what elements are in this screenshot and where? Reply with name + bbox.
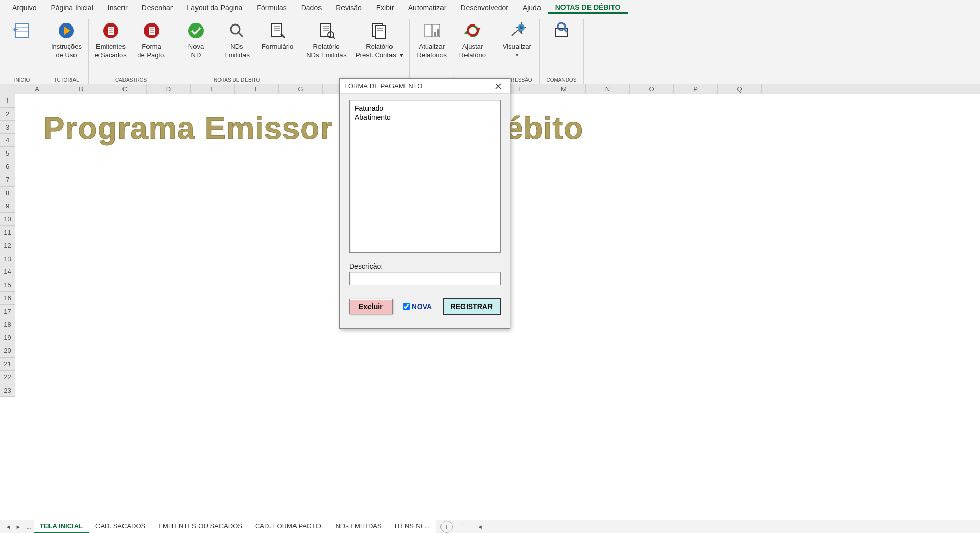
nova-checkbox-input[interactable] xyxy=(403,303,410,310)
select-all-corner[interactable] xyxy=(0,84,15,94)
row-header[interactable]: 8 xyxy=(0,187,15,200)
row-header[interactable]: 20 xyxy=(0,344,15,358)
column-header[interactable]: C xyxy=(103,84,147,94)
menu-item-ajuda[interactable]: Ajuda xyxy=(516,2,548,14)
descricao-label: Descrição: xyxy=(349,262,501,270)
ribbon-button[interactable]: NovaND xyxy=(178,19,214,70)
ribbon-button[interactable]: Visualizar▾ xyxy=(499,19,535,70)
ribbon-button[interactable]: AjustarRelatório xyxy=(455,19,491,70)
excluir-button[interactable]: Excluir xyxy=(349,299,393,314)
column-header[interactable]: O xyxy=(630,84,674,94)
descricao-input[interactable] xyxy=(349,272,501,285)
row-header[interactable]: 23 xyxy=(0,384,15,397)
row-header[interactable]: 7 xyxy=(0,173,15,187)
ribbon-button[interactable]: AtualizarRelatórios xyxy=(414,19,450,70)
row-header[interactable]: 3 xyxy=(0,121,15,134)
ribbon-button-label: Formulário xyxy=(262,43,293,51)
chevron-down-icon[interactable]: ▾ xyxy=(516,52,518,58)
menu-item-p-gina-inicial[interactable]: Página Inicial xyxy=(43,2,100,14)
row-header[interactable]: 22 xyxy=(0,371,15,384)
menu-item-automatizar[interactable]: Automatizar xyxy=(401,2,454,14)
ribbon-button[interactable]: NDsEmitidas xyxy=(219,19,255,70)
payment-type-list[interactable]: FaturadoAbatimento xyxy=(349,100,501,253)
menu-item-inserir[interactable]: Inserir xyxy=(101,2,135,14)
ribbon-icon xyxy=(422,20,442,41)
row-header[interactable]: 5 xyxy=(0,147,15,160)
close-icon[interactable] xyxy=(491,79,506,94)
menu-item-arquivo[interactable]: Arquivo xyxy=(5,2,43,14)
row-header[interactable]: 11 xyxy=(0,226,15,239)
column-header[interactable]: G xyxy=(279,84,323,94)
ribbon-button[interactable] xyxy=(4,19,40,70)
sheet-nav-next-icon[interactable]: ► xyxy=(13,522,23,532)
sheet-options-icon[interactable]: ⋮ xyxy=(457,522,467,532)
row-header[interactable]: 2 xyxy=(0,108,15,121)
menu-item-layout-da-p-gina[interactable]: Layout da Página xyxy=(180,2,250,14)
menu-item-desenvolvedor[interactable]: Desenvolvedor xyxy=(453,2,515,14)
row-header[interactable]: 10 xyxy=(0,213,15,226)
menu-item-desenhar[interactable]: Desenhar xyxy=(135,2,180,14)
ribbon-button[interactable] xyxy=(544,19,579,70)
column-header[interactable]: P xyxy=(674,84,718,94)
menu-item-dados[interactable]: Dados xyxy=(294,2,329,14)
horizontal-scroll-left-icon[interactable]: ◄ xyxy=(477,524,483,530)
dialog-buttons: Excluir NOVA REGISTRAR xyxy=(349,298,501,315)
sheet-tab[interactable]: ITENS NI ... xyxy=(388,520,436,533)
add-sheet-button[interactable]: + xyxy=(440,521,453,533)
menu-item-exibir[interactable]: Exibir xyxy=(369,2,401,14)
row-header[interactable]: 12 xyxy=(0,239,15,252)
menu-item-revis-o[interactable]: Revisão xyxy=(329,2,369,14)
forma-pagamento-dialog: FORMA DE PAGAMENTO FaturadoAbatimento De… xyxy=(339,78,510,329)
menu-item-notas-de-d-bito[interactable]: NOTAS DE DÉBITO xyxy=(548,1,628,14)
sheet-tab-bar: ◄ ► ... TELA INICIALCAD. SACADOSEMITENTE… xyxy=(0,520,980,533)
row-header[interactable]: 19 xyxy=(0,331,15,344)
ribbon-icon xyxy=(186,20,206,41)
sheet-tab[interactable]: CAD. FORMA PAGTO. xyxy=(249,520,329,533)
list-item[interactable]: Faturado xyxy=(355,104,495,113)
row-header[interactable]: 21 xyxy=(0,358,15,371)
row-header[interactable]: 14 xyxy=(0,265,15,278)
ribbon-button[interactable]: Emitentese Sacados xyxy=(93,19,129,70)
sheet-tab[interactable]: NDs EMITIDAS xyxy=(329,520,388,533)
ribbon-button[interactable]: RelatórioNDs Emitidas xyxy=(304,19,349,70)
column-header[interactable]: A xyxy=(15,84,59,94)
sheet-tab[interactable]: EMITENTES OU SACADOS xyxy=(152,520,249,533)
column-header[interactable]: D xyxy=(147,84,191,94)
ribbon-icon xyxy=(141,20,162,41)
ribbon-button-label: RelatórioNDs Emitidas xyxy=(306,43,347,59)
row-header[interactable]: 17 xyxy=(0,305,15,318)
registrar-button[interactable]: REGISTRAR xyxy=(443,298,501,315)
column-header[interactable]: F xyxy=(235,84,279,94)
sheet-nav-prev-icon[interactable]: ◄ xyxy=(3,522,13,532)
row-header[interactable]: 18 xyxy=(0,318,15,332)
row-header[interactable]: 1 xyxy=(0,94,15,108)
row-header[interactable]: 15 xyxy=(0,278,15,292)
row-header[interactable]: 6 xyxy=(0,160,15,173)
column-header[interactable]: N xyxy=(586,84,630,94)
nova-checkbox-label: NOVA xyxy=(412,302,432,311)
column-header[interactable]: M xyxy=(542,84,586,94)
menu-item-f-rmulas[interactable]: Fórmulas xyxy=(250,2,293,14)
sheet-tab[interactable]: CAD. SACADOS xyxy=(89,520,152,533)
sheet-tabs-ellipsis[interactable]: ... xyxy=(23,522,34,532)
ribbon-button-label: RelatórioPrest. Contas ▾ xyxy=(356,43,403,59)
nova-checkbox[interactable]: NOVA xyxy=(403,302,432,311)
ribbon-button[interactable]: Instruçõesde Uso xyxy=(48,19,84,70)
column-header[interactable]: B xyxy=(59,84,103,94)
column-header[interactable]: Q xyxy=(718,84,762,94)
ribbon-button[interactable]: Formade Pagto. xyxy=(134,19,169,70)
ribbon-icon xyxy=(101,20,121,41)
ribbon-button[interactable]: Formulário xyxy=(260,19,296,70)
row-header[interactable]: 13 xyxy=(0,252,15,266)
svg-point-21 xyxy=(520,26,523,29)
column-header[interactable]: E xyxy=(191,84,235,94)
sheet-tab[interactable]: TELA INICIAL xyxy=(34,520,89,533)
dialog-titlebar[interactable]: FORMA DE PAGAMENTO xyxy=(340,79,510,94)
ribbon-button[interactable]: RelatórioPrest. Contas ▾ xyxy=(354,19,405,70)
row-header[interactable]: 16 xyxy=(0,292,15,305)
row-header[interactable]: 4 xyxy=(0,134,15,147)
list-item[interactable]: Abatimento xyxy=(355,113,495,122)
ribbon-button-label: Instruçõesde Uso xyxy=(51,43,82,59)
ribbon-group: COMANDOS xyxy=(540,19,584,84)
row-header[interactable]: 9 xyxy=(0,199,15,213)
